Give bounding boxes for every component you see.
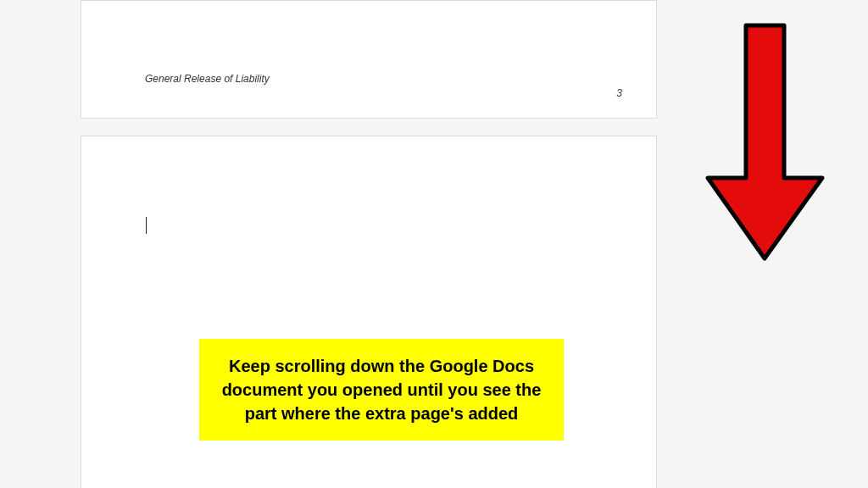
document-page-end[interactable]: General Release of Liability 3 — [81, 0, 657, 119]
text-cursor — [146, 217, 147, 234]
down-arrow-icon — [699, 21, 831, 267]
footer-title: General Release of Liability — [145, 73, 270, 85]
page-number: 3 — [616, 87, 622, 99]
instruction-callout: Keep scrolling down the Google Docs docu… — [199, 339, 564, 441]
